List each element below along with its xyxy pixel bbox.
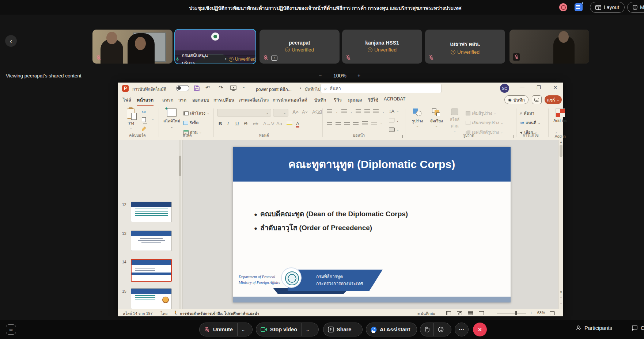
convert-smartart-icon[interactable] xyxy=(389,127,395,132)
copy-icon[interactable] xyxy=(142,117,146,122)
slide-sorter-view-icon[interactable] xyxy=(457,311,466,315)
tab-insert[interactable]: แทรก xyxy=(162,96,174,104)
cut-icon[interactable]: ✂ xyxy=(142,109,146,115)
zoom-in-button[interactable]: + xyxy=(530,311,532,315)
undo-icon[interactable]: ↶ xyxy=(205,84,210,91)
tab-file[interactable]: ไฟล์ xyxy=(123,96,131,104)
window-minimize-button[interactable]: — xyxy=(520,85,524,90)
audio-options-chevron-icon[interactable]: ⌄ xyxy=(238,327,249,332)
tab-record[interactable]: บันทึก xyxy=(314,96,326,104)
replace-button[interactable]: ᵇ⇄ แทนที่ ⌄ xyxy=(520,119,541,126)
change-case-button[interactable]: Aa xyxy=(276,121,282,126)
normal-view-icon[interactable] xyxy=(446,311,455,315)
collapse-ribbon-icon[interactable]: ⌃ xyxy=(555,132,558,136)
slideshow-view-icon[interactable] xyxy=(479,311,488,315)
thumbnail-scrollbar-thumb[interactable] xyxy=(179,156,181,176)
notes-toggle[interactable]: ≡ บันทึกย่อ xyxy=(417,311,435,317)
clipboard-dialog-launcher-icon[interactable] xyxy=(154,135,157,138)
record-button[interactable]: ◉ บันทึก xyxy=(504,95,529,104)
bullet-chevron-icon[interactable]: ⌄ xyxy=(336,110,338,113)
strikethrough-button[interactable]: S xyxy=(244,121,247,126)
previous-slide-icon[interactable]: ⌃ xyxy=(559,296,563,300)
redo-icon[interactable]: ↷ xyxy=(219,84,223,91)
align-right-icon[interactable] xyxy=(344,121,350,125)
ppt-search-box[interactable]: ⌕ xyxy=(321,84,442,93)
align-text-icon[interactable] xyxy=(389,118,394,122)
text-columns-icon[interactable] xyxy=(371,121,377,125)
paragraph-dialog-launcher-icon[interactable] xyxy=(400,135,403,138)
tab-acrobat[interactable]: ACROBAT xyxy=(384,96,406,102)
tab-slideshow[interactable]: การนำเสนอสไลด์ xyxy=(273,96,307,104)
new-slide-button[interactable]: สไลด์ใหม่ ⌄ xyxy=(162,108,181,129)
shape-outline-button[interactable]: เส้นกรอบรูปร่าง ⌄ xyxy=(466,119,503,126)
tab-draw[interactable]: วาด xyxy=(178,96,186,104)
shape-fill-button[interactable]: เติมสีรูปร่าง ⌄ xyxy=(466,110,496,117)
participant-tile[interactable]: peerapat ?Unverified ↑ xyxy=(260,30,340,64)
filmstrip-back-button[interactable]: ‹ xyxy=(5,35,17,47)
zoom-slider[interactable] xyxy=(495,311,529,315)
character-spacing-icon[interactable]: A↔V xyxy=(263,121,274,126)
line-spacing-icon[interactable] xyxy=(373,109,379,114)
layout-button[interactable]: Layout xyxy=(590,2,625,13)
closed-caption-icon[interactable]: ▭ xyxy=(6,324,16,335)
tab-help[interactable]: วิธีใช้ xyxy=(368,96,378,104)
font-size-dropdown[interactable]: ⌄ xyxy=(273,109,288,117)
ppt-zoom-level[interactable]: 63% xyxy=(537,311,545,315)
stop-video-button[interactable]: Stop video xyxy=(256,323,302,336)
slide-thumbnail-14-selected[interactable] xyxy=(131,259,172,282)
participant-tile[interactable]: kanjana HSS1 ?Unverified xyxy=(342,30,422,64)
participant-tile[interactable]: เมธาพร ตสน. ?Unverified xyxy=(425,30,505,64)
share-button[interactable]: Share xyxy=(323,323,363,336)
scroll-up-icon[interactable]: ▲ xyxy=(559,140,563,144)
shapes-button[interactable]: รูปร่าง ⌄ xyxy=(409,108,426,128)
tab-review[interactable]: รีวิว xyxy=(334,96,342,104)
zoom-out-button[interactable]: − xyxy=(319,73,322,79)
save-icon[interactable] xyxy=(194,85,200,91)
shrink-font-icon[interactable]: A˅ xyxy=(302,109,308,115)
ppt-share-button[interactable]: แชร์ ⌄ xyxy=(545,95,562,104)
ai-assistant-button[interactable]: AI Assistant xyxy=(366,323,417,336)
underline-button[interactable]: U xyxy=(235,121,239,126)
find-button[interactable]: ⌕ ค้นหา xyxy=(520,110,534,117)
slide-thumbnail-15[interactable] xyxy=(131,288,172,309)
leave-meeting-button[interactable]: ✕ xyxy=(473,323,487,336)
italic-button[interactable]: I xyxy=(227,121,229,126)
account-avatar[interactable]: SC xyxy=(500,84,509,93)
bold-button[interactable]: B xyxy=(219,121,222,126)
start-slideshow-icon[interactable] xyxy=(230,85,236,91)
video-options-chevron-icon[interactable]: ⌄ xyxy=(302,327,313,332)
tab-transitions[interactable]: การเปลี่ยน xyxy=(213,96,234,104)
drawing-dialog-launcher-icon[interactable] xyxy=(511,135,514,138)
quick-styles-button[interactable]: สไตล์ด่วน ⌄ xyxy=(447,108,463,133)
number-chevron-icon[interactable]: ⌄ xyxy=(350,110,353,113)
highlight-color-icon[interactable] xyxy=(287,121,292,125)
slide-position-indicator[interactable]: สไลด์ 14 จาก 197 xyxy=(123,311,152,317)
language-indicator[interactable]: ไทย xyxy=(161,311,167,317)
gesture-button[interactable] xyxy=(420,323,433,336)
textdir-chevron-icon[interactable]: ⌄ xyxy=(396,109,399,113)
format-painter-icon[interactable] xyxy=(141,126,147,132)
autosave-toggle[interactable] xyxy=(176,85,189,91)
ai-notes-icon[interactable] xyxy=(575,3,583,11)
participant-tile[interactable] xyxy=(509,30,589,64)
aligntext-chevron-icon[interactable]: ⌄ xyxy=(396,119,399,122)
tab-view[interactable]: มุมมอง xyxy=(348,96,362,104)
arrange-button[interactable]: จัดเรียง ⌄ xyxy=(428,108,445,128)
accessibility-status[interactable]: การช่วยสำหรับการเข้าถึง: โปรดศึกษาคำแนะน… xyxy=(180,311,259,317)
fit-to-window-icon[interactable] xyxy=(550,311,558,315)
clear-formatting-icon[interactable]: A⌫ xyxy=(312,109,322,115)
reactions-button[interactable] xyxy=(434,323,448,336)
slide-area-scrollbar[interactable]: ▲ ▼ ⌃ ⌄ xyxy=(558,140,563,309)
window-close-button[interactable]: ✕ xyxy=(553,85,557,90)
participant-tile-active[interactable]: กรมสนับสนุนบริการ... • ?Unverified xyxy=(175,30,255,64)
font-color-icon[interactable]: A xyxy=(296,121,299,127)
font-name-dropdown[interactable]: ⌄ xyxy=(217,109,271,117)
slide-thumbnail-12[interactable] xyxy=(131,202,172,222)
tab-animations[interactable]: ภาพเคลื่อนไหว xyxy=(239,96,269,104)
align-left-icon[interactable] xyxy=(327,121,332,125)
paste-button[interactable]: วาง ⌄ xyxy=(123,108,139,130)
tab-home[interactable]: หน้าแรก xyxy=(137,96,154,106)
font-dialog-launcher-icon[interactable] xyxy=(317,135,320,138)
zoom-out-button[interactable]: − xyxy=(491,311,493,315)
numbered-list-icon[interactable] xyxy=(341,109,347,114)
